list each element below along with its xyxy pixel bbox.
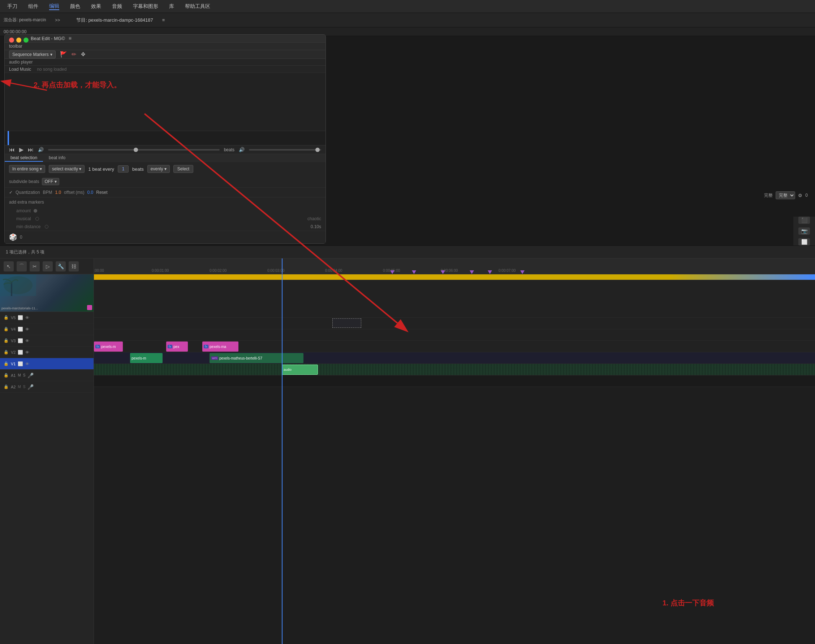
a2-m-button[interactable]: M — [18, 385, 21, 389]
min-distance-control[interactable] — [45, 225, 48, 228]
a1-m-button[interactable]: M — [18, 373, 21, 377]
sequence-markers-dropdown[interactable]: Sequence Markers ▾ — [9, 51, 55, 58]
track-row-v4[interactable] — [94, 318, 815, 329]
ripple-tool-button[interactable]: ⌒ — [17, 261, 27, 271]
menu-item-shoudo[interactable]: 手刀 — [7, 3, 17, 10]
beats-slider[interactable] — [249, 149, 321, 150]
track-v4-icon1[interactable]: ⬜ — [18, 327, 23, 332]
lock-v4-icon[interactable]: 🔒 — [4, 327, 9, 331]
menu-item-library[interactable]: 库 — [169, 3, 174, 10]
track-v2-eye[interactable]: 👁 — [25, 350, 29, 354]
align-icon[interactable]: ❖ — [81, 51, 86, 58]
a2-mic-icon[interactable]: 🎤 — [28, 384, 34, 390]
a1-mic-icon[interactable]: 🎤 — [28, 373, 34, 378]
arrow-tool-button[interactable]: ↖ — [4, 261, 14, 271]
evenly-dropdown[interactable]: evenly ▾ — [148, 165, 170, 173]
a1-s-button[interactable]: S — [23, 373, 26, 377]
clip-v1-2-label: pexels-matheus-bertelli-S7 — [219, 356, 262, 360]
musical-radio[interactable] — [35, 217, 39, 221]
a2-s-button[interactable]: S — [23, 385, 26, 389]
sequence-marker-4[interactable] — [470, 270, 474, 274]
menu-item-edit[interactable]: 编辑 — [49, 3, 59, 10]
clip-v2-1[interactable]: fx pexels-m — [94, 342, 123, 352]
wrench-tool-button[interactable]: 🔧 — [55, 261, 66, 271]
group-icon[interactable]: ⬜ — [798, 238, 810, 245]
tab-beat-info[interactable]: beat info — [43, 154, 71, 162]
maximize-button[interactable] — [23, 38, 29, 43]
fit-view-icon[interactable]: ⬛ — [798, 216, 810, 224]
menu-item-captions[interactable]: 字幕和图形 — [133, 3, 158, 10]
subdivide-off-dropdown[interactable]: OFF ▾ — [42, 178, 59, 185]
track-label-v5: 🔒 V5 ⬜ 👁 — [0, 312, 94, 324]
reset-button[interactable]: Reset — [96, 190, 107, 195]
link-tool-button[interactable]: ⛓ — [69, 261, 79, 271]
clip-v1-2[interactable]: wm pexels-matheus-bertelli-S7 — [209, 353, 303, 363]
track-row-v5[interactable] — [94, 280, 815, 318]
amount-slider[interactable] — [34, 209, 321, 213]
track-select-button[interactable]: ▷ — [43, 261, 53, 271]
track-row-v3[interactable] — [94, 329, 815, 341]
edit-icon[interactable]: ✏ — [72, 51, 76, 58]
track-row-v1[interactable]: pexels-m wm pexels-matheus-bertelli-S7 — [94, 352, 815, 364]
sequence-marker-5[interactable] — [488, 270, 492, 274]
beat-selection-controls: In entire song ▾ select exactly ▾ 1 beat… — [5, 162, 326, 176]
volume-icon[interactable]: 🔊 — [38, 147, 44, 152]
track-row-v2[interactable]: fx pexels-m fx pex fx pexels-ma — [94, 341, 815, 352]
in-entire-song-dropdown[interactable]: In entire song ▾ — [9, 165, 45, 173]
select-exactly-dropdown[interactable]: select exactly ▾ — [49, 165, 85, 173]
playback-slider[interactable] — [48, 149, 220, 150]
razor-tool-button[interactable]: ✂ — [30, 261, 40, 271]
clip-v1-1[interactable]: pexels-m — [130, 353, 163, 363]
expand-button[interactable]: >> — [53, 17, 62, 23]
close-button[interactable] — [9, 38, 14, 43]
menu-item-audio[interactable]: 音频 — [112, 3, 122, 10]
bottom-annotation: 1. 点击一下音频 — [663, 598, 714, 608]
settings-icon[interactable]: ⚙ — [798, 193, 802, 198]
track-row-a2[interactable] — [94, 376, 815, 387]
lock-a1-icon[interactable]: 🔒 — [4, 373, 9, 377]
track-v5-icon1[interactable]: ⬜ — [18, 315, 23, 320]
track-v3-eye[interactable]: 👁 — [25, 339, 29, 343]
sequence-marker-1[interactable] — [390, 270, 395, 274]
clip-v2-2[interactable]: fx pex — [166, 342, 188, 352]
sequence-marker-3[interactable] — [441, 270, 445, 274]
menu-item-effects[interactable]: 效果 — [91, 3, 101, 10]
flag-icon[interactable]: 🚩 — [60, 51, 67, 58]
lock-v1-icon[interactable]: 🔒 — [4, 361, 9, 366]
minimize-button[interactable] — [16, 38, 21, 43]
camera-icon[interactable]: 📷 — [798, 227, 810, 235]
dice-icon[interactable]: 🎲 — [9, 233, 17, 241]
volume2-icon[interactable]: 🔊 — [239, 147, 244, 152]
lock-v3-icon[interactable]: 🔒 — [4, 338, 9, 343]
tab-beat-selection[interactable]: beat selection — [5, 154, 43, 162]
lock-v5-icon[interactable]: 🔒 — [4, 315, 9, 320]
track-v3-icon1[interactable]: ⬜ — [18, 338, 23, 343]
skip-forward-button[interactable]: ⏭ — [28, 147, 34, 153]
audio-clip-selected[interactable]: audio — [282, 365, 318, 375]
menu-item-color[interactable]: 颜色 — [70, 3, 80, 10]
sequence-menu-icon[interactable]: ≡ — [162, 17, 165, 23]
offset-value: 0.0 — [88, 190, 94, 195]
track-v2-icon1[interactable]: ⬜ — [18, 350, 23, 355]
clip-v2-3[interactable]: fx pexels-ma — [202, 342, 238, 352]
select-button[interactable]: Select — [174, 165, 193, 173]
track-v1-eye[interactable]: 👁 — [25, 362, 29, 366]
menu-item-component[interactable]: 组件 — [28, 3, 38, 10]
track-v1-icon1[interactable]: ⬜ — [18, 361, 23, 366]
menu-item-help[interactable]: 帮助工具区 — [185, 3, 210, 10]
track-v5-eye[interactable]: 👁 — [25, 316, 29, 320]
panel-menu-icon[interactable]: ≡ — [69, 35, 72, 41]
master-clip-bar[interactable] — [94, 274, 815, 280]
play-button[interactable]: ▶ — [19, 146, 23, 153]
beat-count-input[interactable] — [118, 165, 129, 173]
sequence-marker-6[interactable] — [520, 270, 524, 274]
complete-dropdown[interactable]: 完整 — [776, 191, 795, 199]
track-row-a1[interactable]: audio — [94, 364, 815, 376]
skip-back-button[interactable]: ⏮ — [9, 147, 15, 153]
sequence-marker-2[interactable] — [412, 270, 416, 274]
lock-v2-icon[interactable]: 🔒 — [4, 350, 9, 354]
quantization-check[interactable]: ✓ — [9, 190, 13, 195]
load-music-button[interactable]: Load Music — [9, 67, 31, 72]
track-v4-eye[interactable]: 👁 — [25, 327, 29, 331]
lock-a2-icon[interactable]: 🔒 — [4, 385, 9, 389]
